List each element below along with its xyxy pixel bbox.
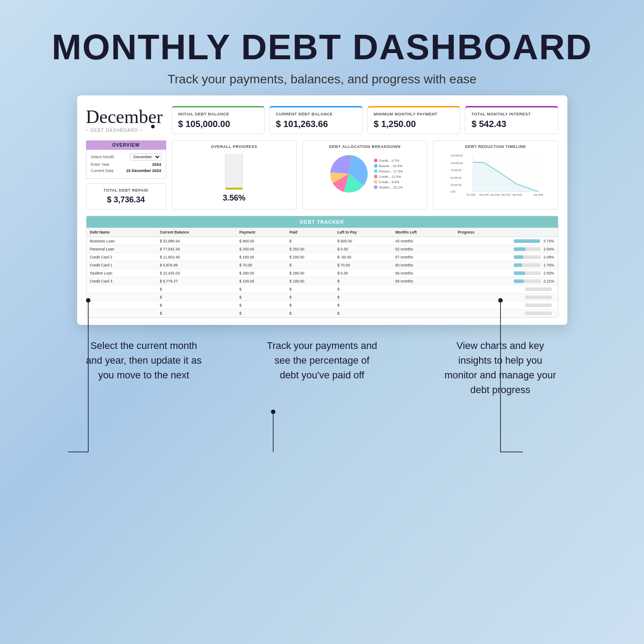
- cell-balance-3: $ 6,876.99: [156, 261, 236, 269]
- progress-cell-4: 2.50%: [458, 271, 554, 275]
- page-title: MONTHLY DEBT DASHBOARD: [52, 27, 592, 68]
- overview-row-year: Enter Year 2024: [91, 162, 161, 167]
- progress-fill-5: [514, 279, 524, 283]
- cell-months-6: [392, 285, 454, 293]
- progress-cell-3: 1.76%: [458, 263, 554, 267]
- svg-text:25,000.00: 25,000.00: [451, 184, 461, 186]
- legend-item-2: Person... 17.3%: [374, 169, 402, 173]
- cell-progress-3: 1.76%: [454, 261, 558, 269]
- cell-left-6: $: [334, 285, 392, 293]
- legend-label-3: Credit... 11.5%: [379, 175, 401, 179]
- table-row: $ $ $ $: [86, 309, 558, 317]
- table-row: Personal Loan $ 77,542.34 $ 250.00 $ 250…: [86, 245, 558, 253]
- pie-segment-5: [330, 155, 349, 174]
- progress-pct-2: 2.09%: [543, 255, 554, 259]
- col-payment: Payment: [236, 228, 286, 237]
- cell-left-4: $ 0.00: [334, 269, 392, 277]
- enter-year-value: 2024: [152, 162, 161, 167]
- legend-item-5: Studen... 22.1%: [374, 185, 402, 189]
- cell-progress-5: 2.21%: [454, 277, 558, 285]
- legend-item-0: Credit... 0.7%: [374, 159, 402, 163]
- cell-left-3: $ 70.00: [334, 261, 392, 269]
- table-row: $ $ $ $: [86, 285, 558, 293]
- legend-label-1: Busine... 32.6%: [379, 164, 402, 168]
- total-repaid-label: TOTAL DEBT REPAID: [91, 188, 161, 193]
- cell-name-9: [86, 309, 156, 317]
- overall-progress-chart: OVERALL PROGRESS 3.56%: [172, 140, 297, 209]
- legend-item-1: Busine... 32.6%: [374, 164, 402, 168]
- progress-fill-4: [514, 271, 525, 275]
- cell-paid-5: $ 100.00: [286, 277, 334, 285]
- progress-track-5: [514, 279, 541, 283]
- cell-payment-4: $ 280.00: [236, 269, 286, 277]
- overview-header: OVERVIEW: [86, 140, 166, 150]
- table-row: $ $ $ $: [86, 293, 558, 301]
- svg-text:75,000.00: 75,000.00: [451, 169, 461, 172]
- progress-cell-2: 2.09%: [458, 255, 554, 259]
- svg-text:Sep 2025: Sep 2025: [479, 193, 489, 196]
- cell-months-9: [392, 309, 454, 317]
- progress-cell-7: [458, 295, 554, 299]
- cell-balance-5: $ 9,779.27: [156, 277, 236, 285]
- cell-left-1: $ 0.00: [334, 245, 392, 253]
- svg-text:Oct 2024: Oct 2024: [467, 193, 476, 196]
- kpi-value-0: $ 105,000.00: [178, 119, 258, 129]
- kpi-card-1: CURRENT DEBT BALANCE $ 101,263.66: [269, 106, 363, 134]
- legend-label-2: Person... 17.3%: [379, 169, 402, 173]
- cell-left-2: $ -50.00: [334, 253, 392, 261]
- cell-payment-2: $ 150.00: [236, 253, 286, 261]
- legend-dot-5: [374, 185, 377, 189]
- cell-name-7: [86, 293, 156, 301]
- page-header: MONTHLY DEBT DASHBOARD Track your paymen…: [52, 27, 592, 86]
- progress-bar-fill: [226, 188, 242, 189]
- select-month-input[interactable]: December: [130, 153, 161, 160]
- kpi-card-0: INITIAL DEBT BALANCE $ 105,000.00: [172, 106, 265, 134]
- cell-left-8: $: [334, 301, 392, 309]
- current-date-label: Current Date: [91, 168, 114, 173]
- svg-text:0.00: 0.00: [451, 190, 455, 193]
- select-month-label: Select Month: [91, 155, 115, 159]
- progress-cell-5: 2.21%: [458, 279, 554, 283]
- pie-svg: [327, 152, 371, 196]
- cell-progress-6: [454, 285, 558, 293]
- cell-payment-0: $ 900.00: [236, 237, 286, 245]
- cell-paid-0: $: [286, 237, 334, 245]
- overview-body: Select Month December Enter Year 2024 Cu…: [86, 150, 166, 179]
- cell-months-4: 66 months: [392, 269, 454, 277]
- cell-months-0: 43 months: [392, 237, 454, 245]
- progress-pct-5: 2.21%: [543, 279, 554, 283]
- progress-fill-3: [514, 263, 522, 267]
- progress-percent: 3.56%: [223, 193, 246, 203]
- progress-fill-0: [514, 239, 540, 243]
- progress-fill-1: [514, 247, 525, 251]
- cell-months-7: [392, 293, 454, 301]
- table-row: Credit Card 3 $ 9,779.27 $ 100.00 $ 100.…: [86, 277, 558, 285]
- kpi-value-2: $ 1,250.00: [374, 119, 454, 129]
- overview-row-date: Current Date 15 December 2024: [91, 168, 161, 173]
- cell-progress-4: 2.50%: [454, 269, 558, 277]
- cell-name-1: Personal Loan: [86, 245, 156, 253]
- kpi-label-0: INITIAL DEBT BALANCE: [178, 112, 258, 116]
- legend-item-4: Credit... 8.8%: [374, 180, 402, 184]
- progress-pct-0: 5.75%: [543, 239, 554, 243]
- progress-track-2: [514, 255, 541, 259]
- debt-reduction-chart: DEBT REDUCTION TIMELINE 125,000.00 100,0…: [433, 140, 558, 209]
- col-debt-name: Debt Name: [86, 228, 156, 237]
- progress-pct-1: 2.54%: [543, 247, 554, 251]
- kpi-label-1: CURRENT DEBT BALANCE: [276, 112, 356, 116]
- cell-paid-2: $ 200.00: [286, 253, 334, 261]
- line-chart-wrapper: 125,000.00 100,000.00 75,000.00 50,000.0…: [437, 152, 554, 205]
- table-row: Student Loan $ 22,425.03 $ 280.00 $ 280.…: [86, 269, 558, 277]
- dashboard-card: December ~ DEBT DASHBOARD ~ INITIAL DEBT…: [77, 95, 567, 325]
- page-subtitle: Track your payments, balances, and progr…: [52, 72, 592, 86]
- cell-months-8: [392, 301, 454, 309]
- progress-visual: 3.56%: [176, 152, 293, 205]
- kpi-value-3: $ 542.43: [472, 119, 552, 129]
- cell-name-0: Business Loan: [86, 237, 156, 245]
- cell-name-8: [86, 301, 156, 309]
- progress-bar-container: [225, 154, 243, 190]
- cell-payment-5: $ 100.00: [236, 277, 286, 285]
- kpi-label-2: MINIMUM MONTHLY PAYMENT: [374, 112, 454, 116]
- month-name: December: [86, 107, 163, 126]
- enter-year-label: Enter Year: [91, 162, 110, 167]
